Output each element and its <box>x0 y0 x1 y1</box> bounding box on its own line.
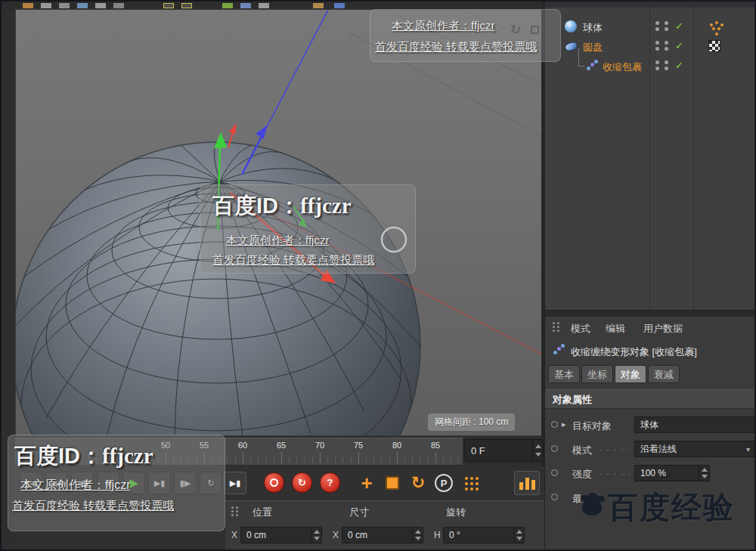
record-parameter-button[interactable]: P <box>432 472 455 494</box>
section-object-properties[interactable]: 对象属性 <box>545 389 756 409</box>
toolbar-icon <box>41 3 51 8</box>
timeline-tick: 85 <box>420 441 451 450</box>
prop-row-strength: 强度 . . . . . . 100 % <box>545 463 756 483</box>
object-label: 球体 <box>583 21 603 35</box>
frame-value: 0 F <box>465 445 532 457</box>
object-row-sphere[interactable]: 球体 ✓ <box>545 17 756 36</box>
watermark-bottom-left: 百度ID：ffjczr 本文原创作者：ffjczr 首发百度经验 转载要点赞投票… <box>8 435 225 531</box>
render-visibility-toggle[interactable] <box>665 21 668 25</box>
size-x-field[interactable]: 0 cm <box>342 527 423 543</box>
disc-object-icon <box>564 41 579 53</box>
point-level-icon <box>465 477 468 480</box>
render-visibility-toggle[interactable] <box>665 41 668 45</box>
toolbar-icon <box>222 3 233 8</box>
tab-object[interactable]: 对象 <box>615 365 646 383</box>
prop-label: 模式 <box>572 444 592 457</box>
toolbar-icon <box>95 3 106 8</box>
keyframe-dot[interactable] <box>551 494 558 500</box>
move-icon: + <box>361 473 372 493</box>
texture-tag-icon[interactable] <box>708 40 720 52</box>
display-tag-icon[interactable] <box>710 23 713 26</box>
watermark-author-line: 本文原创作者：ffjczr <box>226 234 329 248</box>
dropdown-arrow-icon: ▾ <box>746 445 754 453</box>
goto-end-button[interactable]: ▶▮ <box>224 472 246 494</box>
keying-help-button[interactable]: ? <box>320 472 340 493</box>
current-frame-field[interactable]: 0 F <box>464 439 544 462</box>
expand-arrow-icon[interactable]: ▸ <box>562 419 566 429</box>
visibility-toggle[interactable] <box>655 60 659 64</box>
panel-top-sliver <box>545 2 756 8</box>
leader-dots: . . . . . . <box>600 468 640 476</box>
value-stepper[interactable] <box>412 528 423 543</box>
frame-stepper[interactable] <box>532 440 543 461</box>
enabled-checkmark[interactable]: ✓ <box>675 40 683 51</box>
tab-coordinates[interactable]: 坐标 <box>581 365 613 383</box>
toolbar-icon <box>113 3 124 8</box>
rotation-h-field[interactable]: 0 ° <box>443 527 525 543</box>
strength-field[interactable]: 100 % <box>634 465 710 481</box>
object-row-disc[interactable]: 圆盘 ✓ <box>545 36 756 56</box>
toolbar-icon <box>334 3 345 8</box>
keyframe-dot[interactable] <box>551 469 558 476</box>
record-rotation-button[interactable]: ↻ <box>407 472 429 494</box>
tab-basic[interactable]: 基本 <box>548 365 580 383</box>
drag-handle-icon[interactable] <box>231 506 240 516</box>
menu-user-data[interactable]: 用户数据 <box>643 322 683 336</box>
menu-edit[interactable]: 编辑 <box>606 322 625 336</box>
header-size: 尺寸 <box>349 506 369 519</box>
timeline-tick: 60 <box>228 441 258 450</box>
enabled-checkmark[interactable]: ✓ <box>675 20 683 32</box>
render-visibility-toggle[interactable] <box>665 60 668 64</box>
keyframe-selection-button[interactable] <box>514 471 540 495</box>
keyframe-dot[interactable] <box>551 421 558 428</box>
baidu-paw-icon <box>582 499 602 515</box>
target-object-field[interactable]: 球体 <box>634 416 755 433</box>
visibility-toggle[interactable] <box>655 21 659 25</box>
scale-icon <box>386 476 399 490</box>
field-value: 100 % <box>635 468 699 478</box>
position-x-field[interactable]: 0 cm <box>240 527 322 543</box>
tab-falloff[interactable]: 衰减 <box>648 365 680 383</box>
keyframe-dot[interactable] <box>551 445 558 452</box>
visibility-toggle[interactable] <box>655 41 659 45</box>
axis-label-x: X <box>333 530 339 540</box>
value-stepper[interactable] <box>311 528 321 543</box>
attribute-tabs: 基本 坐标 对象 衰减 <box>545 365 756 383</box>
autokey-button[interactable]: ↻ <box>292 472 312 493</box>
cinema4d-window: + ↕ ↻ 网格间距 : 100 cm 本文原创作者：ffjczr 首发百度经验… <box>0 0 756 551</box>
timeline-tick: 80 <box>382 441 412 450</box>
mode-dropdown[interactable]: 沿着法线 ▾ <box>634 441 755 457</box>
toolbar-icon <box>240 3 251 8</box>
field-value: 0 ° <box>444 530 513 540</box>
toolbar-icon <box>23 3 33 8</box>
toolbar-icon <box>181 3 192 8</box>
object-row-shrinkwrap[interactable]: 收缩包裹 ✓ <box>545 56 756 76</box>
parameter-icon: P <box>435 474 453 492</box>
rotate-icon: ↻ <box>411 475 425 491</box>
record-icon <box>270 478 278 487</box>
bar-icon <box>519 482 523 490</box>
menu-mode[interactable]: 模式 <box>571 322 590 336</box>
panel-splitter[interactable] <box>545 310 756 316</box>
object-label: 收缩包裹 <box>603 60 642 74</box>
record-pla-button[interactable] <box>460 472 482 494</box>
field-value: 沿着法线 <box>635 443 746 456</box>
grid-spacing-label: 网格间距 : 100 cm <box>428 413 515 431</box>
prop-label: 强度 <box>572 468 592 481</box>
coordinates-panel: 位置 尺寸 旋转 X 0 cm X 0 cm H 0 ° <box>225 500 544 551</box>
drag-handle-icon[interactable] <box>553 322 562 332</box>
watermark-share-line: 首发百度经验 转载要点赞投票哦 <box>375 40 537 54</box>
enabled-checkmark[interactable]: ✓ <box>675 60 683 71</box>
record-scale-button[interactable] <box>381 472 404 494</box>
z-axis-arrowhead[interactable] <box>256 125 267 139</box>
value-stepper[interactable] <box>513 528 524 543</box>
watermark-top: 本文原创作者：ffjczr 首发百度经验 转载要点赞投票哦 <box>370 9 561 62</box>
watermark-baidu-logo: 百度经验 <box>582 482 756 532</box>
watermark-share-line: 首发百度经验 转载要点赞投票哦 <box>12 499 174 513</box>
y-axis-arrowhead[interactable] <box>214 132 227 148</box>
record-keyframe-button[interactable] <box>264 472 284 493</box>
timeline-tick: 75 <box>343 441 373 450</box>
record-position-button[interactable]: + <box>355 472 378 494</box>
toolbar-icon <box>313 3 324 8</box>
value-stepper[interactable] <box>699 466 709 481</box>
